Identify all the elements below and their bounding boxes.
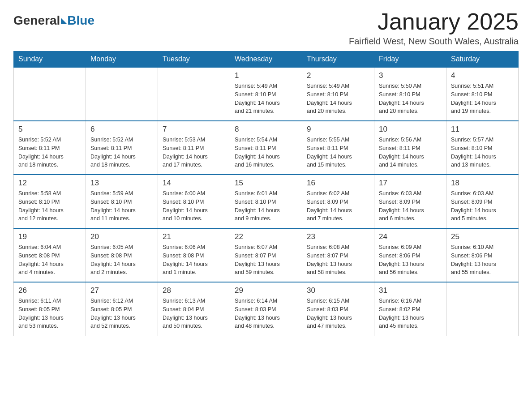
- calendar-cell-w3-d2: 21Sunrise: 6:06 AM Sunset: 8:08 PM Dayli…: [158, 228, 230, 282]
- day-info: Sunrise: 6:03 AM Sunset: 8:09 PM Dayligh…: [379, 189, 442, 223]
- calendar-cell-w4-d2: 28Sunrise: 6:13 AM Sunset: 8:04 PM Dayli…: [158, 282, 230, 336]
- calendar-cell-w0-d2: [158, 67, 230, 121]
- day-info: Sunrise: 6:09 AM Sunset: 8:06 PM Dayligh…: [379, 243, 442, 277]
- calendar-cell-w4-d3: 29Sunrise: 6:14 AM Sunset: 8:03 PM Dayli…: [230, 282, 302, 336]
- day-number: 31: [379, 286, 442, 295]
- col-sunday: Sunday: [14, 51, 86, 68]
- day-info: Sunrise: 6:01 AM Sunset: 8:10 PM Dayligh…: [235, 189, 297, 223]
- day-info: Sunrise: 6:06 AM Sunset: 8:08 PM Dayligh…: [163, 243, 225, 277]
- day-info: Sunrise: 5:57 AM Sunset: 8:10 PM Dayligh…: [451, 136, 514, 169]
- calendar-cell-w1-d0: 5Sunrise: 5:52 AM Sunset: 8:11 PM Daylig…: [14, 121, 86, 175]
- title-area: January 2025 Fairfield West, New South W…: [349, 9, 519, 47]
- calendar-cell-w3-d5: 24Sunrise: 6:09 AM Sunset: 8:06 PM Dayli…: [374, 228, 446, 282]
- logo-general-text: General: [13, 13, 60, 28]
- col-monday: Monday: [86, 51, 158, 68]
- day-number: 23: [307, 232, 369, 241]
- calendar-cell-w2-d0: 12Sunrise: 5:58 AM Sunset: 8:10 PM Dayli…: [14, 175, 86, 228]
- day-info: Sunrise: 6:03 AM Sunset: 8:09 PM Dayligh…: [451, 189, 514, 223]
- day-info: Sunrise: 6:04 AM Sunset: 8:08 PM Dayligh…: [18, 243, 81, 277]
- logo: General Blue: [13, 13, 94, 28]
- week-row-0: 1Sunrise: 5:49 AM Sunset: 8:10 PM Daylig…: [14, 67, 519, 121]
- day-info: Sunrise: 6:07 AM Sunset: 8:07 PM Dayligh…: [235, 243, 297, 277]
- day-number: 7: [163, 125, 225, 134]
- day-number: 25: [451, 232, 514, 241]
- day-info: Sunrise: 5:52 AM Sunset: 8:11 PM Dayligh…: [18, 136, 81, 169]
- day-number: 21: [163, 232, 225, 241]
- day-number: 14: [163, 179, 225, 188]
- day-info: Sunrise: 6:14 AM Sunset: 8:03 PM Dayligh…: [235, 297, 297, 330]
- calendar-cell-w0-d0: [14, 67, 86, 121]
- calendar-cell-w4-d5: 31Sunrise: 6:16 AM Sunset: 8:02 PM Dayli…: [374, 282, 446, 336]
- day-number: 12: [18, 179, 81, 188]
- day-number: 5: [18, 125, 81, 134]
- day-info: Sunrise: 6:00 AM Sunset: 8:10 PM Dayligh…: [163, 189, 225, 223]
- week-row-2: 12Sunrise: 5:58 AM Sunset: 8:10 PM Dayli…: [14, 175, 519, 228]
- day-number: 27: [90, 286, 153, 295]
- calendar-cell-w2-d6: 18Sunrise: 6:03 AM Sunset: 8:09 PM Dayli…: [446, 175, 519, 228]
- day-info: Sunrise: 5:54 AM Sunset: 8:11 PM Dayligh…: [235, 136, 297, 169]
- calendar-cell-w0-d3: 1Sunrise: 5:49 AM Sunset: 8:10 PM Daylig…: [230, 67, 302, 121]
- calendar-cell-w1-d6: 11Sunrise: 5:57 AM Sunset: 8:10 PM Dayli…: [446, 121, 519, 175]
- day-info: Sunrise: 6:11 AM Sunset: 8:05 PM Dayligh…: [18, 297, 81, 330]
- calendar-cell-w2-d1: 13Sunrise: 5:59 AM Sunset: 8:10 PM Dayli…: [86, 175, 158, 228]
- col-thursday: Thursday: [302, 51, 374, 68]
- calendar-cell-w2-d4: 16Sunrise: 6:02 AM Sunset: 8:09 PM Dayli…: [302, 175, 374, 228]
- day-number: 18: [451, 179, 514, 188]
- day-number: 17: [379, 179, 442, 188]
- month-title: January 2025: [349, 9, 519, 34]
- day-info: Sunrise: 6:15 AM Sunset: 8:03 PM Dayligh…: [307, 297, 369, 330]
- calendar-cell-w4-d4: 30Sunrise: 6:15 AM Sunset: 8:03 PM Dayli…: [302, 282, 374, 336]
- calendar-cell-w3-d4: 23Sunrise: 6:08 AM Sunset: 8:07 PM Dayli…: [302, 228, 374, 282]
- col-saturday: Saturday: [446, 51, 519, 68]
- logo-arrow-icon: [61, 18, 67, 24]
- day-info: Sunrise: 5:49 AM Sunset: 8:10 PM Dayligh…: [307, 82, 369, 116]
- day-number: 15: [235, 179, 297, 188]
- day-info: Sunrise: 6:05 AM Sunset: 8:08 PM Dayligh…: [90, 243, 153, 277]
- calendar-cell-w1-d4: 9Sunrise: 5:55 AM Sunset: 8:11 PM Daylig…: [302, 121, 374, 175]
- weekday-header-row: Sunday Monday Tuesday Wednesday Thursday…: [14, 51, 519, 68]
- day-number: 2: [307, 71, 369, 80]
- day-number: 9: [307, 125, 369, 134]
- calendar-cell-w1-d5: 10Sunrise: 5:56 AM Sunset: 8:11 PM Dayli…: [374, 121, 446, 175]
- col-wednesday: Wednesday: [230, 51, 302, 68]
- day-info: Sunrise: 5:56 AM Sunset: 8:11 PM Dayligh…: [379, 136, 442, 169]
- day-info: Sunrise: 5:52 AM Sunset: 8:11 PM Dayligh…: [90, 136, 153, 169]
- calendar-cell-w3-d1: 20Sunrise: 6:05 AM Sunset: 8:08 PM Dayli…: [86, 228, 158, 282]
- day-number: 29: [235, 286, 297, 295]
- calendar-cell-w0-d4: 2Sunrise: 5:49 AM Sunset: 8:10 PM Daylig…: [302, 67, 374, 121]
- calendar-cell-w2-d3: 15Sunrise: 6:01 AM Sunset: 8:10 PM Dayli…: [230, 175, 302, 228]
- week-row-4: 26Sunrise: 6:11 AM Sunset: 8:05 PM Dayli…: [14, 282, 519, 336]
- day-number: 16: [307, 179, 369, 188]
- day-info: Sunrise: 5:58 AM Sunset: 8:10 PM Dayligh…: [18, 189, 81, 223]
- day-number: 19: [18, 232, 81, 241]
- day-number: 6: [90, 125, 153, 134]
- calendar-cell-w3-d3: 22Sunrise: 6:07 AM Sunset: 8:07 PM Dayli…: [230, 228, 302, 282]
- day-number: 4: [451, 71, 514, 80]
- day-info: Sunrise: 5:50 AM Sunset: 8:10 PM Dayligh…: [379, 82, 442, 116]
- day-number: 26: [18, 286, 81, 295]
- day-info: Sunrise: 6:16 AM Sunset: 8:02 PM Dayligh…: [379, 297, 442, 330]
- calendar-cell-w4-d0: 26Sunrise: 6:11 AM Sunset: 8:05 PM Dayli…: [14, 282, 86, 336]
- calendar-cell-w4-d6: [446, 282, 519, 336]
- day-number: 28: [163, 286, 225, 295]
- calendar-cell-w2-d2: 14Sunrise: 6:00 AM Sunset: 8:10 PM Dayli…: [158, 175, 230, 228]
- week-row-1: 5Sunrise: 5:52 AM Sunset: 8:11 PM Daylig…: [14, 121, 519, 175]
- day-number: 11: [451, 125, 514, 134]
- day-number: 13: [90, 179, 153, 188]
- day-number: 24: [379, 232, 442, 241]
- day-number: 10: [379, 125, 442, 134]
- calendar-cell-w4-d1: 27Sunrise: 6:12 AM Sunset: 8:05 PM Dayli…: [86, 282, 158, 336]
- day-info: Sunrise: 6:10 AM Sunset: 8:06 PM Dayligh…: [451, 243, 514, 277]
- day-info: Sunrise: 6:08 AM Sunset: 8:07 PM Dayligh…: [307, 243, 369, 277]
- calendar-cell-w0-d6: 4Sunrise: 5:51 AM Sunset: 8:10 PM Daylig…: [446, 67, 519, 121]
- calendar-cell-w0-d5: 3Sunrise: 5:50 AM Sunset: 8:10 PM Daylig…: [374, 67, 446, 121]
- day-number: 22: [235, 232, 297, 241]
- calendar-cell-w3-d0: 19Sunrise: 6:04 AM Sunset: 8:08 PM Dayli…: [14, 228, 86, 282]
- day-info: Sunrise: 5:59 AM Sunset: 8:10 PM Dayligh…: [90, 189, 153, 223]
- col-friday: Friday: [374, 51, 446, 68]
- col-tuesday: Tuesday: [158, 51, 230, 68]
- location-subtitle: Fairfield West, New South Wales, Austral…: [349, 36, 519, 47]
- calendar-cell-w1-d2: 7Sunrise: 5:53 AM Sunset: 8:11 PM Daylig…: [158, 121, 230, 175]
- logo-blue-text: Blue: [67, 13, 94, 28]
- day-info: Sunrise: 5:49 AM Sunset: 8:10 PM Dayligh…: [235, 82, 297, 116]
